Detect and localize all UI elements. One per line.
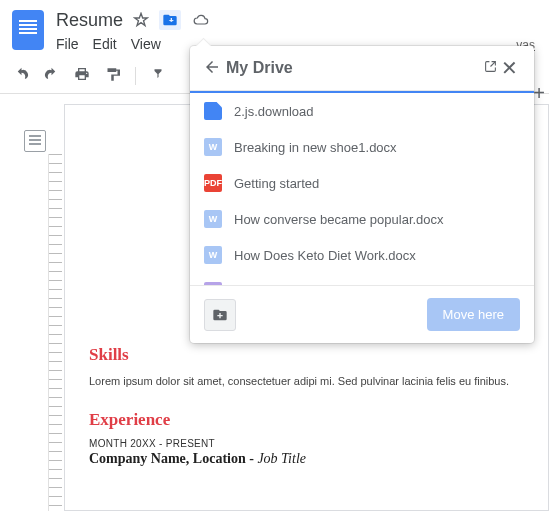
file-row[interactable]: how many households...nue due to COVID-1… [190, 273, 534, 285]
company-name: Company Name, Location - [89, 451, 257, 466]
menu-view[interactable]: View [131, 36, 161, 52]
back-icon[interactable] [198, 58, 226, 79]
file-row[interactable]: 2.js.download [190, 93, 534, 129]
file-name: Getting started [234, 176, 319, 191]
open-in-new-icon[interactable] [484, 60, 497, 76]
file-row[interactable]: WHow converse became popular.docx [190, 201, 534, 237]
skills-paragraph: Lorem ipsum dolor sit amet, consectetuer… [89, 373, 528, 390]
experience-heading: Experience [89, 410, 528, 430]
star-icon[interactable] [133, 12, 149, 28]
toolbar-separator [135, 67, 136, 85]
move-icon[interactable] [159, 10, 181, 30]
styles-dropdown-icon[interactable] [151, 67, 165, 84]
file-word-icon: W [204, 138, 222, 156]
file-name: 2.js.download [234, 104, 314, 119]
left-gutter [0, 94, 62, 511]
file-doc-icon [204, 102, 222, 120]
menu-edit[interactable]: Edit [93, 36, 117, 52]
file-row[interactable]: WBreaking in new shoe1.docx [190, 129, 534, 165]
job-title: Job Title [257, 451, 306, 466]
file-pdf-icon: PDF [204, 174, 222, 192]
file-name: Breaking in new shoe1.docx [234, 140, 397, 155]
file-word-icon: W [204, 246, 222, 264]
format-paint-icon[interactable] [105, 67, 120, 85]
move-here-button[interactable]: Move here [427, 298, 520, 331]
document-title[interactable]: Resume [56, 10, 123, 31]
menu-file[interactable]: File [56, 36, 79, 52]
vertical-ruler [48, 154, 62, 511]
experience-date: MONTH 20XX - PRESENT [89, 438, 528, 449]
docs-logo-icon[interactable] [12, 10, 44, 50]
file-name: how many households...nue due to COVID-1… [234, 284, 499, 286]
experience-title: Company Name, Location - Job Title [89, 451, 528, 467]
file-row[interactable]: WHow Does Keto Diet Work.docx [190, 237, 534, 273]
undo-icon[interactable] [14, 67, 29, 85]
move-dialog: My Drive ✕ 2.js.download WBreaking in ne… [190, 46, 534, 343]
file-name: How Does Keto Diet Work.docx [234, 248, 416, 263]
cloud-status-icon[interactable] [191, 12, 211, 28]
file-name: How converse became popular.docx [234, 212, 444, 227]
skills-heading: Skills [89, 345, 528, 365]
print-icon[interactable] [74, 66, 90, 85]
new-folder-icon[interactable] [204, 299, 236, 331]
redo-icon[interactable] [44, 67, 59, 85]
dialog-title: My Drive [226, 59, 478, 77]
file-word-icon: W [204, 210, 222, 228]
app-header: Resume File Edit View [0, 0, 549, 52]
file-row[interactable]: PDFGetting started [190, 165, 534, 201]
document-outline-icon[interactable] [24, 130, 46, 152]
file-form-icon [204, 282, 222, 285]
file-list: 2.js.download WBreaking in new shoe1.doc… [190, 93, 534, 285]
add-tab-icon[interactable]: + [533, 82, 545, 105]
close-icon[interactable]: ✕ [497, 56, 522, 80]
